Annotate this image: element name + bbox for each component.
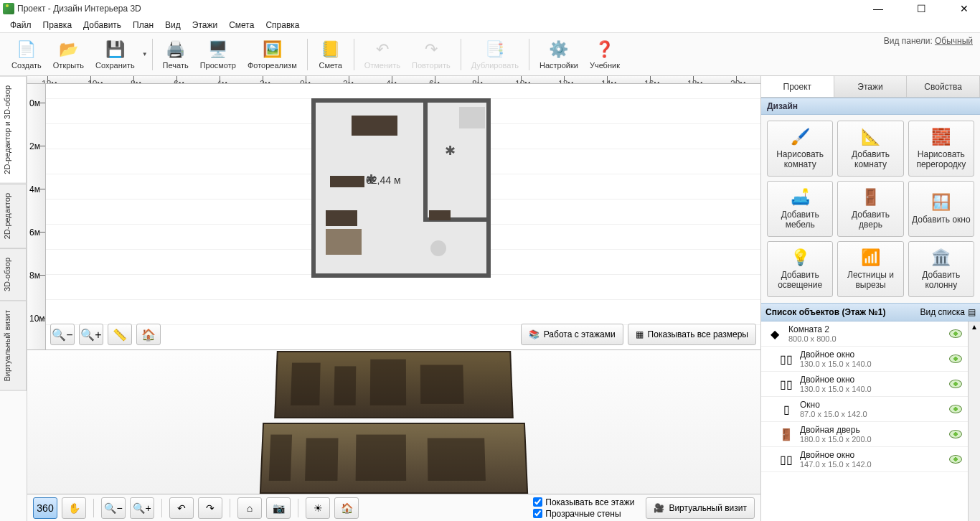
zoom-in-3d-button[interactable]: 🔍+ [130,497,154,519]
measure-button[interactable]: 📏 [108,324,132,345]
menu-plan[interactable]: План [127,19,159,32]
object-item-3[interactable]: ▯Окно87.0 x 15.0 x 142.0 [761,397,968,422]
menu-add[interactable]: Добавить [77,19,127,32]
orbit-360-button[interactable]: 360 [33,497,57,519]
photoreal-button[interactable]: 🖼️Фотореализм [242,34,303,75]
create-button[interactable]: 📄Создать [6,34,47,75]
design-card-3[interactable]: 🛋️Добавить мебель [767,181,833,237]
menu-edit[interactable]: Правка [37,19,78,32]
rtab-floors[interactable]: Этажи [834,76,908,97]
layers-icon: 📚 [529,329,540,339]
photo-icon: 🖼️ [262,39,282,60]
visibility-toggle[interactable] [949,355,962,363]
plan-canvas[interactable]: 62,44 м 🔍− 🔍+ 📏 🏠 📚Работа с этажами ▦Пок… [46,84,760,349]
visibility-toggle[interactable] [949,405,962,413]
room-area-label: 62,44 м [366,174,401,186]
roof-toggle-button[interactable]: ⌂ [237,497,262,519]
estimate-button[interactable]: 📒Смета [312,34,349,75]
menu-view[interactable]: Вид [159,19,187,32]
menu-floors[interactable]: Этажи [187,19,223,32]
objects-header: Список объектов (Этаж №1) Вид списка ▤ [761,303,980,321]
vtab-virtual[interactable]: Виртуальный визит [0,301,27,391]
save-dropdown[interactable]: ▼ [142,51,148,57]
design-card-2[interactable]: 🧱Нарисовать перегородку [908,121,974,177]
show-all-floors-checkbox[interactable]: Показывать все этажи [533,497,634,507]
ruler-vertical: 0м2м4м6м8м10м [27,84,46,349]
vtab-2d[interactable]: 2D-редактор [0,184,27,248]
window-title: Проект - Дизайн Интерьера 3D [17,4,141,14]
design-card-7[interactable]: 📶Лестницы и вырезы [837,241,903,297]
object-item-2[interactable]: ▯▯Двойное окно130.0 x 15.0 x 140.0 [761,372,968,397]
design-card-1[interactable]: 📐Добавить комнату [837,121,903,177]
home-3d-button[interactable]: 🏠 [334,497,359,519]
menu-estimate[interactable]: Смета [223,19,260,32]
object-item-4[interactable]: 🚪Двойная дверь180.0 x 15.0 x 200.0 [761,422,968,447]
panel-mode-label: Вид панели: Обычный [884,36,973,46]
design-card-4[interactable]: 🚪Добавить дверь [837,181,903,237]
object-list[interactable]: ◆Комната 2800.0 x 800.0▯▯Двойное окно130… [761,321,969,521]
save-button[interactable]: 💾Сохранить [90,34,141,75]
floors-button[interactable]: 📚Работа с этажами [521,324,623,345]
list-icon[interactable]: ▤ [968,307,976,317]
pan-button[interactable]: ✋ [62,497,86,519]
camera-icon: 🎥 [654,503,664,513]
design-card-5[interactable]: 🪟Добавить окно [908,181,974,237]
redo-button[interactable]: ↷Повторить [406,34,456,75]
menu-file[interactable]: Файл [4,19,37,32]
rtab-project[interactable]: Проект [761,76,834,97]
rotate-left-button[interactable]: ↶ [169,497,194,519]
zoom-out-3d-button[interactable]: 🔍− [101,497,126,519]
view3d-canvas[interactable] [27,350,760,494]
notebook-icon: 📒 [321,39,341,60]
copy-icon: 📑 [485,39,505,60]
rotate-right-button[interactable]: ↷ [198,497,222,519]
rtab-properties[interactable]: Свойства [907,76,980,97]
new-icon: 📄 [17,39,37,60]
visibility-toggle[interactable] [949,430,962,438]
list-view-toggle[interactable]: Вид списка [920,307,965,317]
house-3d [261,350,527,494]
sun-button[interactable]: ☀ [306,497,330,519]
visibility-toggle[interactable] [949,455,962,464]
titlebar: Проект - Дизайн Интерьера 3D — ☐ ✕ [0,0,980,17]
maximize-button[interactable]: ☐ [908,0,934,17]
object-item-5[interactable]: ▯▯Двойное окно147.0 x 15.0 x 142.0 [761,447,968,472]
open-button[interactable]: 📂Открыть [47,34,90,75]
grid-icon: ▦ [636,329,644,339]
minimize-button[interactable]: — [865,0,891,17]
home-button[interactable]: 🏠 [136,324,161,345]
print-button[interactable]: 🖨️Печать [157,34,194,75]
view-tabs: 2D-редактор и 3D-обзор 2D-редактор 3D-об… [0,76,27,521]
show-dims-button[interactable]: ▦Показывать все размеры [628,324,756,345]
view3d-toolbar: 360 ✋ 🔍− 🔍+ ↶ ↷ ⌂ 📷 ☀ 🏠 Показывать все э… [27,494,760,521]
panel-mode-link[interactable]: Обычный [935,36,973,46]
design-card-8[interactable]: 🏛️Добавить колонну [908,241,974,297]
object-item-1[interactable]: ▯▯Двойное окно130.0 x 15.0 x 140.0 [761,347,968,372]
undo-icon: ↶ [372,39,392,60]
zoom-out-button[interactable]: 🔍− [50,324,75,345]
settings-button[interactable]: ⚙️Настройки [534,34,584,75]
transparent-walls-checkbox[interactable]: Прозрачные стены [533,509,634,519]
floorplan[interactable]: 62,44 м [311,98,491,278]
print-icon: 🖨️ [166,39,186,60]
monitor-icon: 🖥️ [208,39,228,60]
visibility-toggle[interactable] [949,380,962,388]
scrollbar[interactable]: ▴ [969,321,980,521]
duplicate-button[interactable]: 📑Дублировать [466,34,524,75]
object-item-0[interactable]: ◆Комната 2800.0 x 800.0 [761,321,968,347]
design-card-0[interactable]: 🖌️Нарисовать комнату [767,121,833,177]
virtual-visit-button[interactable]: 🎥Виртуальный визит [646,497,755,519]
design-card-6[interactable]: 💡Добавить освещение [767,241,833,297]
vtab-3d[interactable]: 3D-обзор [0,248,27,301]
preview-button[interactable]: 🖥️Просмотр [194,34,242,75]
undo-button[interactable]: ↶Отменить [359,34,406,75]
visibility-toggle[interactable] [949,329,962,338]
app-icon [3,3,14,14]
close-button[interactable]: ✕ [951,0,977,17]
tutorial-button[interactable]: ❓Учебник [584,34,626,75]
zoom-in-button[interactable]: 🔍+ [79,324,103,345]
vtab-2d-3d[interactable]: 2D-редактор и 3D-обзор [0,76,27,184]
menu-help[interactable]: Справка [260,19,305,32]
screenshot-button[interactable]: 📷 [266,497,291,519]
design-header: Дизайн [761,98,980,115]
